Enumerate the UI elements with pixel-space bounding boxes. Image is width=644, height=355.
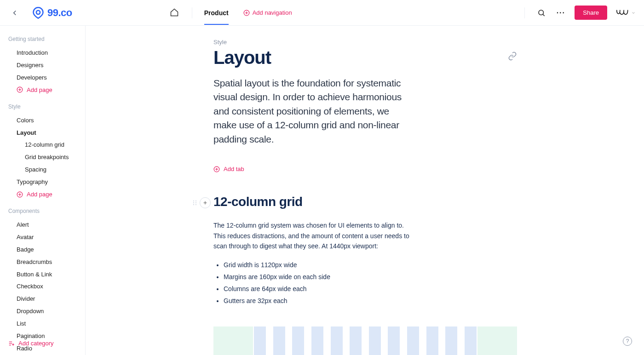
sidebar: Getting started Introduction Designers D… bbox=[0, 26, 86, 355]
section-bullets: Grid width is 1120px wide Margins are 16… bbox=[213, 259, 411, 307]
section-body: The 12-column grid system was chosen for… bbox=[213, 220, 411, 251]
main-content: Style Layout Spatial layout is the found… bbox=[86, 26, 644, 355]
share-button[interactable]: Share bbox=[575, 6, 607, 20]
add-tab-label: Add tab bbox=[224, 166, 244, 172]
sidebar-item-avatar[interactable]: Avatar bbox=[8, 231, 85, 244]
sidebar-item-badge[interactable]: Badge bbox=[8, 244, 85, 256]
sidebar-item-list[interactable]: List bbox=[8, 318, 85, 330]
svg-line-5 bbox=[543, 14, 545, 16]
add-page-label: Add page bbox=[27, 86, 52, 93]
svg-point-0 bbox=[36, 10, 40, 14]
sidebar-subitem-breakpoints[interactable]: Grid breakpoints bbox=[8, 151, 85, 164]
workspace-switcher[interactable] bbox=[615, 8, 636, 18]
sidebar-item-introduction[interactable]: Introduction bbox=[8, 47, 85, 59]
add-tab-button[interactable]: Add tab bbox=[213, 166, 517, 172]
sidebar-heading-style: Style bbox=[8, 103, 85, 110]
grid-diagram: 160px 32px 64px 160px 1120px bbox=[213, 326, 517, 355]
divider bbox=[192, 7, 192, 18]
svg-point-4 bbox=[539, 10, 544, 15]
bullet-item: Gutters are 32px each bbox=[224, 295, 411, 307]
sidebar-subitem-spacing[interactable]: Spacing bbox=[8, 164, 85, 176]
page-eyebrow: Style bbox=[213, 39, 517, 46]
divider bbox=[524, 7, 525, 18]
page-intro: Spatial layout is the foundation for sys… bbox=[213, 76, 411, 146]
header-right: ··· Share bbox=[522, 6, 636, 20]
header-nav: Product Add navigation bbox=[170, 1, 292, 25]
sidebar-item-designers[interactable]: Designers bbox=[8, 59, 85, 72]
add-navigation-button[interactable]: Add navigation bbox=[243, 9, 292, 16]
back-arrow-icon[interactable] bbox=[9, 7, 20, 18]
sidebar-item-alert[interactable]: Alert bbox=[8, 219, 85, 231]
sidebar-item-colors[interactable]: Colors bbox=[8, 115, 85, 127]
sidebar-item-checkbox[interactable]: Checkbox bbox=[8, 281, 85, 293]
bullet-item: Columns are 64px wide each bbox=[224, 283, 411, 295]
search-icon[interactable] bbox=[536, 7, 547, 18]
sidebar-item-developers[interactable]: Developers bbox=[8, 72, 85, 84]
sidebar-heading-getting-started: Getting started bbox=[8, 36, 85, 42]
bullet-item: Margins are 160px wide on each side bbox=[224, 271, 411, 283]
sidebar-item-button-link[interactable]: Button & Link bbox=[8, 269, 85, 281]
help-icon[interactable]: ? bbox=[623, 337, 632, 346]
add-block-icon[interactable] bbox=[200, 197, 211, 208]
home-icon[interactable] bbox=[170, 8, 180, 18]
add-page-label: Add page bbox=[27, 191, 52, 198]
logo[interactable]: 99.co bbox=[32, 6, 72, 19]
link-icon[interactable] bbox=[508, 52, 517, 63]
nav-tab-product[interactable]: Product bbox=[204, 1, 229, 25]
sidebar-item-divider[interactable]: Divider bbox=[8, 293, 85, 305]
logo-text: 99.co bbox=[47, 7, 72, 19]
add-category-button[interactable]: Add category bbox=[8, 340, 54, 347]
add-category-label: Add category bbox=[18, 340, 54, 347]
sidebar-item-breadcrumbs[interactable]: Breadcrumbs bbox=[8, 256, 85, 269]
add-page-button[interactable]: Add page bbox=[8, 84, 85, 99]
add-page-button[interactable]: Add page bbox=[8, 189, 85, 203]
sidebar-item-layout[interactable]: Layout bbox=[8, 127, 85, 139]
sidebar-item-dropdown[interactable]: Dropdown bbox=[8, 305, 85, 318]
section-title-12col: 12-column grid bbox=[213, 195, 517, 209]
add-navigation-label: Add navigation bbox=[253, 9, 292, 16]
page-title: Layout bbox=[213, 47, 517, 68]
sidebar-item-typography[interactable]: Typography bbox=[8, 176, 85, 189]
sidebar-subitem-12col[interactable]: 12-column grid bbox=[8, 139, 85, 151]
header: 99.co Product Add navigation ··· Share bbox=[0, 0, 644, 26]
more-icon[interactable]: ··· bbox=[555, 7, 566, 18]
bullet-item: Grid width is 1120px wide bbox=[224, 259, 411, 271]
sidebar-heading-components: Components bbox=[8, 208, 85, 214]
block-handle[interactable] bbox=[193, 197, 211, 208]
